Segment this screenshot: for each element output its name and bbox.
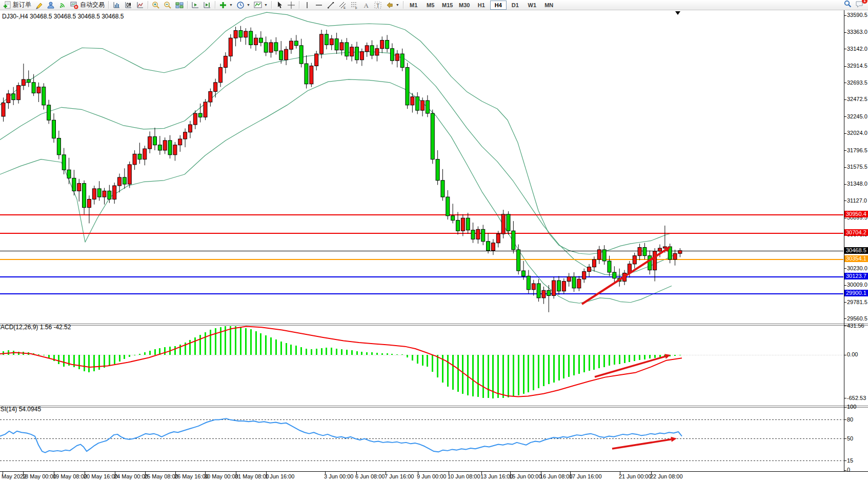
crayon-tool-button[interactable] <box>33 1 45 10</box>
candle <box>522 271 526 276</box>
price-tick-label: 31796.5 <box>847 147 867 153</box>
text-label-tool-button[interactable]: T <box>372 1 383 10</box>
timeframe-W1[interactable]: W1 <box>524 1 540 10</box>
indicator-add-icon <box>219 1 227 9</box>
templates-dropdown-caret[interactable]: ▼ <box>264 3 268 7</box>
vertical-line-tool-button[interactable] <box>301 1 313 10</box>
candle <box>592 259 596 267</box>
tile-windows-button[interactable] <box>174 1 185 10</box>
templates-button[interactable]: ▼ <box>252 1 269 10</box>
search-icon[interactable] <box>843 0 852 10</box>
candle <box>2 103 5 116</box>
candle <box>562 282 566 291</box>
indicators-button[interactable]: ▼ <box>217 1 234 10</box>
time-tick-label: 22 Jun 08:00 <box>650 473 683 479</box>
timeframe-group: M1M5M15M30H1H4D1W1MN <box>406 1 557 10</box>
toolbar-separator <box>187 1 188 9</box>
candle <box>345 43 349 56</box>
timeframe-M1[interactable]: M1 <box>406 1 422 10</box>
new-order-button[interactable]: 新订单 <box>2 1 33 10</box>
timeframe-D1[interactable]: D1 <box>507 1 523 10</box>
candle <box>491 243 495 251</box>
notifications-chat-icon[interactable]: 1 <box>855 0 864 10</box>
auto-trading-button[interactable]: 自动交易 <box>69 1 106 10</box>
zoom-in-button[interactable] <box>150 1 162 10</box>
candlestick-mode-button[interactable] <box>123 1 134 10</box>
mt4-terminal-window: 新订单 自动交易 <box>0 0 868 481</box>
periods-dropdown-caret[interactable]: ▼ <box>247 3 250 7</box>
candle <box>47 105 51 120</box>
indicators-dropdown-caret[interactable]: ▼ <box>229 3 233 7</box>
candle <box>547 290 551 295</box>
candle <box>461 218 465 231</box>
timeframe-H1[interactable]: H1 <box>473 1 490 10</box>
candle <box>507 214 510 231</box>
candle <box>527 276 530 289</box>
timeframe-M5[interactable]: M5 <box>422 1 439 10</box>
candle <box>294 41 298 46</box>
line-chart-mode-button[interactable] <box>134 1 146 10</box>
periods-button[interactable]: ▼ <box>235 1 252 10</box>
candle <box>234 30 237 38</box>
horizontal-line-icon <box>315 1 323 9</box>
chart-shift-button[interactable] <box>201 1 213 10</box>
timeframe-MN[interactable]: MN <box>541 1 557 10</box>
toolbar-separator <box>148 1 148 9</box>
signal-button[interactable] <box>57 1 68 10</box>
timeframe-H4[interactable]: H4 <box>490 1 507 10</box>
candle <box>62 155 66 170</box>
zoom-in-icon <box>152 1 160 9</box>
trendline-tool-button[interactable] <box>325 1 336 10</box>
tile-windows-icon <box>175 1 184 9</box>
channel-tool-button[interactable]: E <box>337 1 348 10</box>
auto-scroll-button[interactable] <box>190 1 201 10</box>
toolbar-separator <box>108 1 109 9</box>
template-chart-icon <box>254 1 262 9</box>
candle <box>597 250 601 259</box>
candle <box>386 41 389 49</box>
candle <box>481 229 485 242</box>
crosshair-tool-button[interactable] <box>286 1 297 10</box>
trend-arrow-rsi <box>612 439 671 449</box>
arrows-tool-button[interactable]: ▼ <box>384 1 401 10</box>
candle <box>143 149 147 159</box>
timeframe-M15[interactable]: M15 <box>439 1 456 10</box>
timeframe-M30[interactable]: M30 <box>456 1 473 10</box>
candle <box>355 47 359 60</box>
rsi-tick-label: 15 <box>847 457 853 464</box>
chart-shift-icon <box>203 1 211 9</box>
candle <box>375 49 379 55</box>
time-tick-label: 1 Jun 16:00 <box>265 473 295 479</box>
svg-text:F: F <box>355 6 357 9</box>
candle <box>87 199 91 208</box>
time-tick-label: 21 Jun 00:00 <box>619 473 652 479</box>
candle <box>577 279 581 288</box>
price-tick-label: 29781.5 <box>847 299 867 305</box>
profile-button[interactable] <box>45 1 56 10</box>
cursor-tool-button[interactable] <box>274 1 285 10</box>
candle <box>421 101 425 110</box>
candle <box>92 189 96 199</box>
candle <box>451 216 455 221</box>
bar-chart-mode-button[interactable] <box>111 1 122 10</box>
zoom-out-button[interactable] <box>162 1 173 10</box>
price-tag-30704.2: 30704.2 <box>844 229 868 236</box>
profile-person-icon <box>47 1 55 9</box>
candle <box>537 284 540 298</box>
candle <box>431 113 434 159</box>
time-tick-label: 17 Jun 16:00 <box>569 473 602 479</box>
line-chart-icon <box>136 1 144 9</box>
arrows-dropdown-caret[interactable]: ▼ <box>396 3 399 7</box>
candle <box>37 87 41 93</box>
candle <box>123 177 126 184</box>
text-tool-button[interactable]: A <box>360 1 372 10</box>
candle <box>173 145 177 155</box>
horizontal-line-tool-button[interactable] <box>313 1 325 10</box>
candle <box>335 39 338 50</box>
time-tick-label: 9 Jun 00:00 <box>417 473 447 479</box>
fibonacci-tool-button[interactable]: F <box>349 1 360 10</box>
candle <box>22 79 25 86</box>
candle <box>487 242 490 251</box>
chart-canvas[interactable] <box>0 0 868 481</box>
candle <box>138 154 142 159</box>
